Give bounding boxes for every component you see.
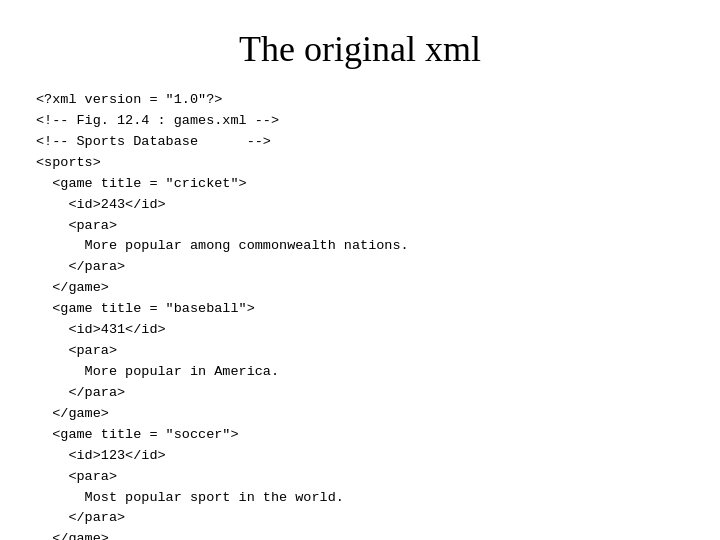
xml-code-block: <?xml version = "1.0"?> <!-- Fig. 12.4 :… [0, 90, 720, 540]
page-title: The original xml [0, 0, 720, 90]
